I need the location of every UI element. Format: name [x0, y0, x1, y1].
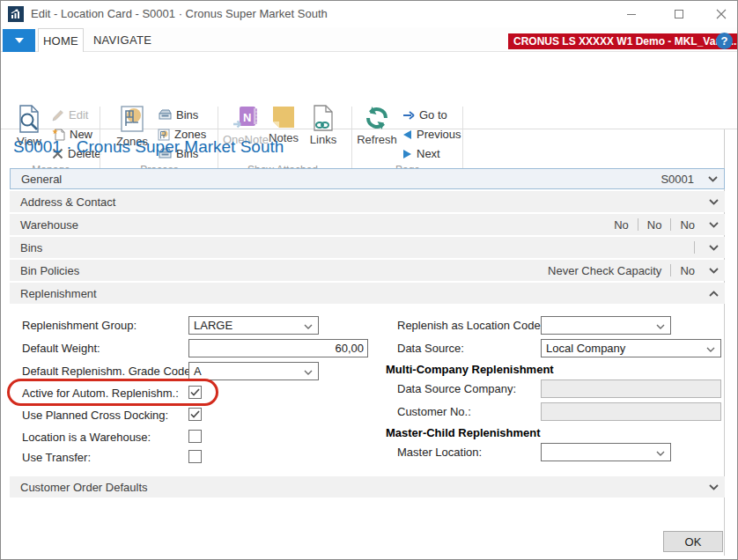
- warehouse-summary-1: No: [614, 218, 629, 232]
- svg-text:N: N: [243, 111, 251, 124]
- dropdown-chevron-icon: [706, 347, 715, 352]
- onenote-icon: N: [232, 105, 259, 131]
- summary-divider: [670, 264, 671, 276]
- ok-button[interactable]: OK: [663, 531, 723, 552]
- page-title: S0001 · Cronus Super Market South: [13, 137, 284, 157]
- tab-navigate[interactable]: NAVIGATE: [89, 28, 156, 52]
- chevron-down-icon: [709, 484, 719, 490]
- links-button[interactable]: Links: [306, 105, 341, 146]
- chevron-down-icon: [709, 199, 719, 205]
- titlebar: Edit - Location Card - S0001 · Cronus Su…: [1, 1, 737, 27]
- data-source-label: Data Source:: [397, 342, 464, 355]
- cross-docking-checkbox[interactable]: [188, 408, 202, 421]
- chevron-down-icon: [709, 222, 719, 228]
- dropdown-chevron-icon: [304, 370, 313, 375]
- view-icon: [16, 105, 42, 133]
- location-card-window: Edit - Location Card - S0001 · Cronus Su…: [0, 0, 738, 560]
- default-weight-label: Default Weight:: [22, 342, 100, 355]
- dropdown-chevron-icon: [304, 324, 313, 329]
- dropdown-chevron-icon: [656, 324, 665, 329]
- bin-icon: [158, 109, 172, 121]
- help-icon[interactable]: ?: [716, 33, 733, 49]
- replenish-as-select[interactable]: [541, 316, 671, 335]
- chevron-down-icon: [708, 176, 718, 182]
- dropdown-chevron-icon: [656, 451, 665, 456]
- fasttab-address-contact[interactable]: Address & Contact: [10, 191, 725, 212]
- refresh-button[interactable]: Refresh: [355, 105, 399, 146]
- link-document-icon: [312, 105, 335, 131]
- next-triangle-icon: [402, 149, 412, 159]
- ribbon-separator: [351, 107, 352, 173]
- replenishment-group-label: Replenishment Group:: [22, 319, 137, 332]
- pencil-icon: [52, 109, 64, 122]
- previous-triangle-icon: [402, 129, 412, 140]
- data-source-company-label: Data Source Company:: [397, 382, 516, 395]
- checkmark-icon: [190, 388, 200, 396]
- ribbon-separator: [462, 107, 463, 173]
- tab-home[interactable]: HOME: [38, 28, 84, 52]
- ribbon: View Edit New Delete Manage: [1, 52, 737, 129]
- cross-docking-label: Use Planned Cross Docking:: [22, 409, 168, 422]
- nav-app-icon: [8, 6, 24, 22]
- replenishment-group-select[interactable]: LARGE: [188, 316, 319, 335]
- fasttab-bins[interactable]: Bins: [10, 237, 725, 258]
- active-autom-label: Active for Autom. Replenishm.:: [22, 387, 179, 400]
- data-source-company-input: [541, 379, 721, 398]
- summary-divider: [670, 218, 671, 231]
- fasttab-replenishment[interactable]: Replenishment: [10, 283, 725, 304]
- minimize-button[interactable]: [619, 5, 644, 23]
- warehouse-summary-3: No: [680, 218, 695, 232]
- caret-down-icon: [15, 38, 24, 43]
- is-warehouse-label: Location is a Warehouse:: [22, 431, 151, 444]
- maximize-button[interactable]: [667, 5, 691, 23]
- general-summary: S0001: [661, 173, 694, 186]
- close-button[interactable]: [709, 5, 734, 23]
- chevron-down-icon: [709, 268, 719, 274]
- summary-divider: [638, 218, 638, 231]
- application-menu-button[interactable]: [3, 29, 35, 52]
- checkmark-icon: [190, 410, 200, 418]
- bins-button-top[interactable]: Bins: [158, 107, 198, 123]
- use-transfer-label: Use Transfer:: [22, 451, 91, 464]
- window-title: Edit - Location Card - S0001 · Cronus Su…: [31, 7, 328, 20]
- next-button[interactable]: Next: [402, 145, 440, 162]
- active-autom-checkbox[interactable]: [188, 386, 202, 399]
- edit-button[interactable]: Edit: [52, 107, 88, 123]
- customer-no-label: Customer No.:: [397, 405, 471, 418]
- goto-arrow-icon: [402, 111, 415, 120]
- fasttab-bin-policies[interactable]: Bin Policies Never Check Capacity No: [10, 260, 725, 281]
- company-banner: CRONUS LS XXXXX W1 Demo - MKL_Vanill...: [508, 33, 738, 49]
- grade-code-label: Default Replenishm. Grade Code:: [22, 365, 194, 378]
- previous-button[interactable]: Previous: [402, 126, 461, 143]
- customer-no-input: [541, 402, 721, 421]
- sticky-note-icon: [271, 105, 296, 129]
- refresh-icon: [364, 105, 390, 131]
- master-location-select[interactable]: [541, 443, 671, 461]
- grade-code-select[interactable]: A: [188, 362, 319, 380]
- master-location-label: Master Location:: [397, 446, 482, 459]
- goto-button[interactable]: Go to: [402, 107, 447, 123]
- multi-company-heading: Multi-Company Replenishment: [386, 363, 554, 376]
- master-child-heading: Master-Child Replenishment: [386, 426, 541, 439]
- zones-map-icon: [119, 105, 145, 133]
- default-weight-input[interactable]: [188, 339, 368, 357]
- chevron-up-icon: [709, 291, 719, 297]
- fasttab-warehouse[interactable]: Warehouse No No No: [10, 214, 725, 235]
- bin-policies-summary-2: No: [680, 264, 695, 277]
- chevron-down-icon: [709, 245, 719, 251]
- fasttab-customer-order-defaults[interactable]: Customer Order Defaults: [10, 476, 725, 497]
- fasttab-general[interactable]: General S0001: [10, 168, 725, 189]
- data-source-select[interactable]: Local Company: [541, 339, 721, 357]
- summary-divider: [694, 241, 695, 254]
- warehouse-summary-2: No: [647, 218, 662, 232]
- is-warehouse-checkbox[interactable]: [188, 430, 202, 443]
- replenish-as-label: Replenish as Location Code:: [397, 319, 543, 332]
- bin-policies-summary-1: Never Check Capacity: [548, 264, 661, 277]
- use-transfer-checkbox[interactable]: [188, 450, 202, 463]
